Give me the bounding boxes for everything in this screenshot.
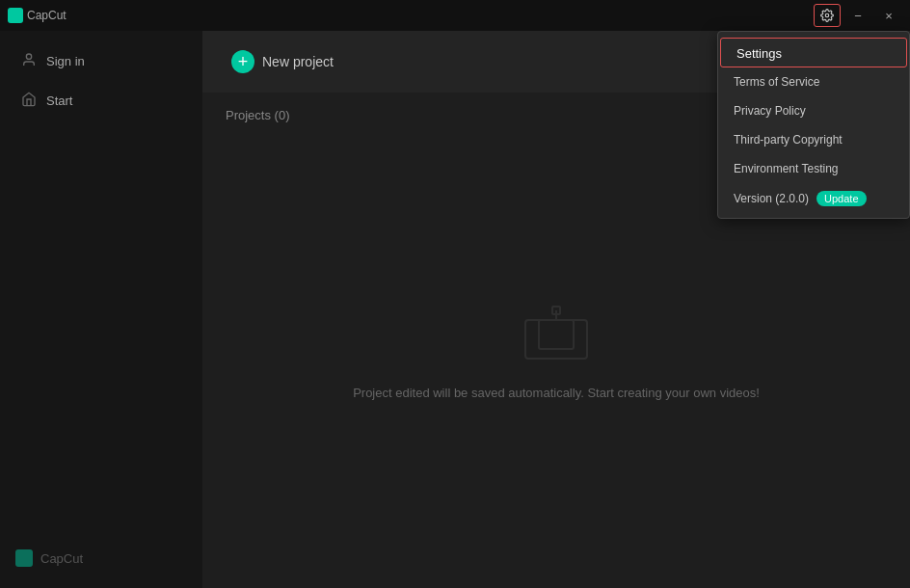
svg-point-1 [26,54,31,59]
svg-rect-3 [539,320,574,349]
svg-rect-2 [525,320,587,359]
titlebar-controls: − × [814,4,902,27]
close-button[interactable]: × [875,4,902,27]
dropdown-item-environment[interactable]: Environment Testing [718,154,909,183]
sidebar-start-label: Start [46,94,72,108]
minimize-button[interactable]: − [844,4,871,27]
svg-point-0 [825,13,829,17]
capcut-bottom-logo-icon [15,549,33,567]
dropdown-header: Settings [720,38,907,67]
empty-state-text: Project edited will be saved automatical… [353,386,760,400]
sidebar-bottom: CapCut [0,540,202,576]
home-icon [21,92,37,110]
sidebar-signin-label: Sign in [46,54,85,68]
dropdown-menu: Settings Terms of Service Privacy Policy… [717,31,910,219]
plus-icon: + [231,50,254,73]
signin-icon [21,52,37,70]
sidebar-item-signin[interactable]: Sign in [6,42,197,80]
dropdown-item-privacy[interactable]: Privacy Policy [718,96,909,125]
dropdown-item-terms[interactable]: Terms of Service [718,67,909,96]
titlebar-title: CapCut [27,9,67,22]
sidebar-logo-label: CapCut [40,551,83,566]
dropdown-version-row: Version (2.0.0) Update [718,183,909,214]
new-project-button[interactable]: + New project [231,50,334,73]
empty-state-icon [518,299,595,370]
update-badge[interactable]: Update [816,191,866,206]
dropdown-item-copyright[interactable]: Third-party Copyright [718,125,909,154]
settings-button[interactable] [814,4,841,27]
capcut-logo-icon [8,8,23,23]
version-label: Version (2.0.0) [734,192,809,205]
settings-dropdown: Settings Terms of Service Privacy Policy… [717,31,910,219]
titlebar-logo: CapCut [8,8,67,23]
new-project-label: New project [262,54,334,69]
sidebar-item-start[interactable]: Start [6,82,197,120]
titlebar-left: CapCut [8,8,67,23]
sidebar-logo-bottom: CapCut [15,549,187,567]
titlebar: CapCut − × [0,0,910,31]
sidebar: Sign in Start CapCut [0,31,202,588]
